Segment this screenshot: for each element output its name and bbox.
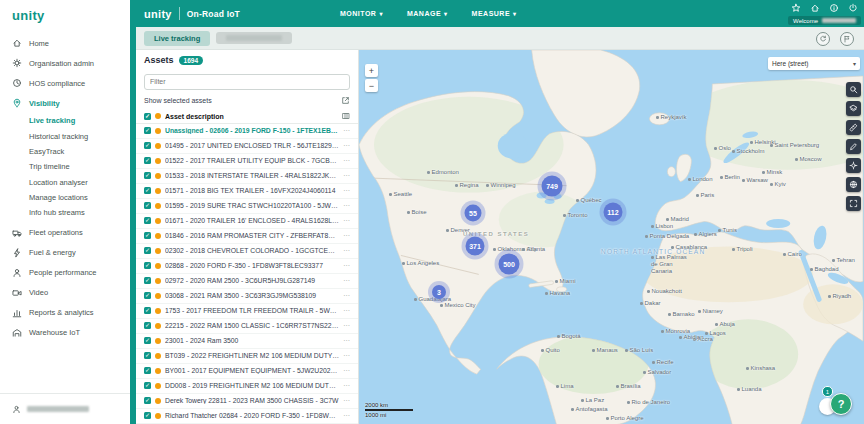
sidebar-item-info-hub-streams[interactable]: Info hub streams (29, 205, 130, 220)
row-checkbox-checked[interactable] (144, 127, 151, 134)
row-menu-button[interactable] (343, 307, 350, 315)
layers-button[interactable] (846, 101, 861, 116)
select-all-checkbox[interactable] (144, 113, 151, 120)
row-menu-button[interactable] (343, 217, 350, 225)
asset-row[interactable]: 02302 - 2018 CHEVROLET COLORADO - 1GCGTC… (136, 244, 358, 259)
show-selected-assets-button[interactable]: Show selected assets (144, 94, 350, 108)
menu-monitor[interactable]: MONITOR (340, 10, 383, 17)
asset-row[interactable]: 23001 - 2024 Ram 3500 (136, 334, 358, 349)
row-menu-button[interactable] (343, 337, 350, 345)
row-checkbox-checked[interactable] (144, 187, 151, 194)
row-menu-button[interactable] (343, 157, 350, 165)
power-icon[interactable] (848, 3, 858, 13)
sidebar-item-historical-tracking[interactable]: Historical tracking (29, 128, 130, 143)
cluster-marker[interactable]: 112 (604, 203, 623, 222)
asset-row[interactable]: Richard Thatcher 02684 - 2020 FORD F-350… (136, 409, 358, 424)
tools-button[interactable] (846, 158, 861, 173)
tab-redacted[interactable] (216, 32, 292, 44)
asset-row[interactable]: Unassigned - 02606 - 2019 FORD F-150 - 1… (136, 124, 358, 139)
sidebar-item-video[interactable]: Video (0, 283, 130, 303)
menu-measure[interactable]: MEASURE (472, 10, 517, 17)
globe-button[interactable] (846, 177, 861, 192)
row-menu-button[interactable] (343, 232, 350, 240)
sidebar-item-visibility[interactable]: Visibility (0, 93, 130, 113)
cluster-marker[interactable]: 749 (542, 176, 563, 197)
sidebar-item-people-performance[interactable]: People performance (0, 263, 130, 283)
row-checkbox-checked[interactable] (144, 412, 151, 419)
row-menu-button[interactable] (343, 247, 350, 255)
row-menu-button[interactable] (343, 202, 350, 210)
row-checkbox-checked[interactable] (144, 232, 151, 239)
menu-manage[interactable]: MANAGE (407, 10, 448, 17)
row-checkbox-checked[interactable] (144, 322, 151, 329)
row-menu-button[interactable] (343, 262, 350, 270)
row-checkbox-checked[interactable] (144, 157, 151, 164)
asset-row[interactable]: 01671 - 2020 TRAILER 16' ENCLOSED - 4RAL… (136, 214, 358, 229)
measure-button[interactable] (846, 120, 861, 135)
row-checkbox-checked[interactable] (144, 352, 151, 359)
row-checkbox-checked[interactable] (144, 397, 151, 404)
row-checkbox-checked[interactable] (144, 262, 151, 269)
cluster-marker[interactable]: 3 (432, 285, 446, 299)
zoom-in-button[interactable]: + (365, 64, 378, 77)
row-menu-button[interactable] (343, 187, 350, 195)
basemap-selector[interactable]: Here (street) (768, 57, 860, 70)
sidebar-item-fleet-operations[interactable]: Fleet operations (0, 223, 130, 243)
row-checkbox-checked[interactable] (144, 292, 151, 299)
asset-row[interactable]: 01533 - 2018 INTERSTATE TRAILER - 4RALS1… (136, 169, 358, 184)
row-menu-button[interactable] (343, 172, 350, 180)
row-menu-button[interactable] (343, 292, 350, 300)
sidebar-item-home[interactable]: Home (0, 33, 130, 53)
asset-row[interactable]: 02972 - 2020 RAM 2500 - 3C6UR5HJ9LG28714… (136, 274, 358, 289)
asset-row[interactable]: DD008 - 2019 FREIGHTLINER M2 106 MEDIUM … (136, 379, 358, 394)
cluster-marker[interactable]: 55 (465, 205, 482, 222)
row-menu-button[interactable] (343, 352, 350, 360)
asset-row[interactable]: 1753 - 2017 FREEDOM TLR FREEDOM TRAILR -… (136, 304, 358, 319)
star-icon[interactable] (791, 3, 801, 13)
asset-row[interactable]: 01595 - 2019 SURE TRAC STWCH10220TA100 -… (136, 199, 358, 214)
sidebar-item-live-tracking[interactable]: Live tracking (29, 113, 130, 128)
asset-row[interactable]: BT039 - 2022 FREIGHTLINER M2 106 MEDIUM … (136, 349, 358, 364)
row-checkbox-checked[interactable] (144, 337, 151, 344)
sidebar-item-fuel-energy[interactable]: Fuel & energy (0, 243, 130, 263)
cluster-marker[interactable]: 371 (466, 237, 485, 256)
refresh-button[interactable] (816, 32, 830, 46)
row-menu-button[interactable] (343, 127, 350, 135)
asset-row[interactable]: BY001 - 2017 EQUIPMENT EQUIPMENT - 5JW2U… (136, 364, 358, 379)
home-icon[interactable] (810, 3, 820, 13)
row-checkbox-checked[interactable] (144, 172, 151, 179)
columns-icon[interactable] (342, 112, 350, 121)
asset-row[interactable]: 03068 - 2021 RAM 3500 - 3C63R3GJ9MG53810… (136, 289, 358, 304)
row-checkbox-checked[interactable] (144, 247, 151, 254)
flag-button[interactable] (840, 32, 854, 46)
row-checkbox-checked[interactable] (144, 307, 151, 314)
row-menu-button[interactable] (343, 367, 350, 375)
map-canvas[interactable]: EdmontonReginaWinnipegSeattleBoiseDenver… (359, 50, 864, 424)
asset-row[interactable]: 02868 - 2020 FORD F-350 - 1FD8W3FT8LEC93… (136, 259, 358, 274)
row-checkbox-checked[interactable] (144, 382, 151, 389)
asset-row[interactable]: 01846 - 2016 RAM PROMASTER CITY - ZFBERF… (136, 229, 358, 244)
sidebar-item-warehouse-iot[interactable]: Warehouse IoT (0, 323, 130, 343)
row-menu-button[interactable] (343, 277, 350, 285)
filter-input[interactable] (144, 74, 350, 90)
sidebar-item-easytrack[interactable]: EasyTrack (29, 144, 130, 159)
sidebar-item-organisation-admin[interactable]: Organisation admin (0, 53, 130, 73)
asset-row[interactable]: Derek Towery 22811 - 2023 RAM 3500 CHASS… (136, 394, 358, 409)
fullscreen-button[interactable] (846, 196, 861, 211)
asset-row[interactable]: 01495 - 2017 UNITED ENCLOSED TRLR - 56JT… (136, 139, 358, 154)
search-button[interactable] (846, 82, 861, 97)
asset-row[interactable]: 22215 - 2022 RAM 1500 CLASSIC - 1C6RR7ST… (136, 319, 358, 334)
row-checkbox-checked[interactable] (144, 142, 151, 149)
cluster-marker[interactable]: 500 (499, 254, 520, 275)
help-button[interactable]: ? (830, 393, 852, 415)
asset-row[interactable]: 01522 - 2017 TRAILER UTILITY EQUIP BLCK … (136, 154, 358, 169)
row-menu-button[interactable] (343, 142, 350, 150)
row-menu-button[interactable] (343, 412, 350, 420)
sidebar-item-reports-analytics[interactable]: Reports & analytics (0, 303, 130, 323)
draw-button[interactable] (846, 139, 861, 154)
sidebar-item-manage-locations[interactable]: Manage locations (29, 190, 130, 205)
welcome-bar[interactable]: Welcome (788, 16, 861, 25)
sidebar-user[interactable] (0, 393, 130, 424)
row-checkbox-checked[interactable] (144, 277, 151, 284)
row-checkbox-checked[interactable] (144, 202, 151, 209)
